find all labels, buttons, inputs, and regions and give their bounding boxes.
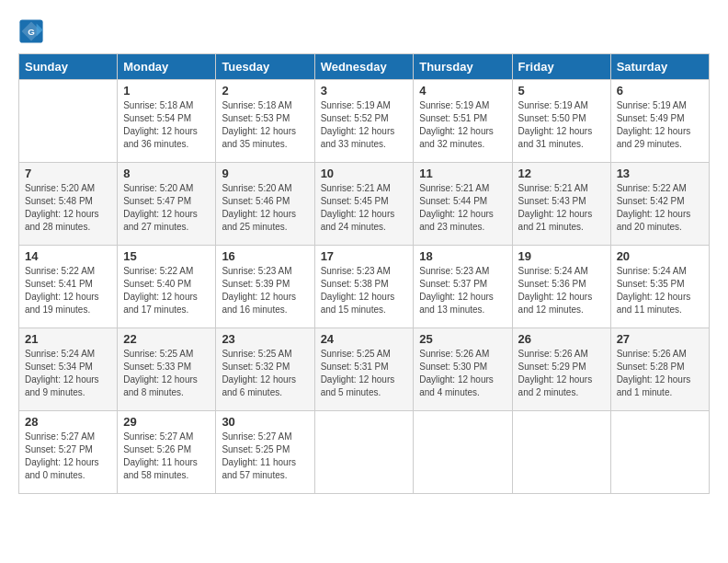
day-cell: 6Sunrise: 5:19 AM Sunset: 5:49 PM Daylig…	[610, 80, 709, 163]
day-cell	[414, 411, 512, 494]
day-cell	[314, 411, 414, 494]
svg-text:G: G	[28, 27, 35, 37]
day-cell: 5Sunrise: 5:19 AM Sunset: 5:50 PM Daylig…	[512, 80, 610, 163]
day-cell: 14Sunrise: 5:22 AM Sunset: 5:41 PM Dayli…	[19, 246, 118, 328]
day-cell	[610, 411, 709, 494]
logo-icon: G	[18, 18, 44, 44]
day-info: Sunrise: 5:26 AM Sunset: 5:28 PM Dayligh…	[617, 348, 703, 399]
day-number: 23	[222, 332, 308, 346]
day-cell: 7Sunrise: 5:20 AM Sunset: 5:48 PM Daylig…	[19, 163, 118, 246]
day-number: 4	[419, 84, 506, 98]
day-cell: 9Sunrise: 5:20 AM Sunset: 5:46 PM Daylig…	[216, 163, 314, 246]
day-number: 19	[518, 249, 605, 263]
header-cell-friday: Friday	[512, 54, 610, 80]
day-number: 13	[617, 167, 703, 180]
header-cell-wednesday: Wednesday	[314, 54, 414, 80]
day-cell: 20Sunrise: 5:24 AM Sunset: 5:35 PM Dayli…	[610, 246, 709, 328]
day-cell: 4Sunrise: 5:19 AM Sunset: 5:51 PM Daylig…	[414, 80, 512, 163]
week-row-2: 14Sunrise: 5:22 AM Sunset: 5:41 PM Dayli…	[19, 246, 710, 328]
day-cell: 16Sunrise: 5:23 AM Sunset: 5:39 PM Dayli…	[216, 246, 314, 328]
day-info: Sunrise: 5:27 AM Sunset: 5:27 PM Dayligh…	[25, 431, 111, 482]
day-number: 7	[25, 167, 111, 180]
logo: G	[18, 18, 48, 44]
calendar-body: 1Sunrise: 5:18 AM Sunset: 5:54 PM Daylig…	[19, 80, 710, 494]
week-row-4: 28Sunrise: 5:27 AM Sunset: 5:27 PM Dayli…	[19, 411, 710, 494]
day-cell: 26Sunrise: 5:26 AM Sunset: 5:29 PM Dayli…	[512, 328, 610, 411]
day-info: Sunrise: 5:22 AM Sunset: 5:42 PM Dayligh…	[617, 182, 703, 234]
day-info: Sunrise: 5:18 AM Sunset: 5:54 PM Dayligh…	[123, 99, 210, 151]
day-number: 22	[123, 332, 210, 346]
day-number: 25	[419, 332, 506, 346]
day-info: Sunrise: 5:20 AM Sunset: 5:48 PM Dayligh…	[25, 182, 111, 234]
day-number: 18	[419, 249, 506, 263]
day-number: 3	[321, 84, 408, 98]
day-info: Sunrise: 5:25 AM Sunset: 5:31 PM Dayligh…	[321, 348, 408, 399]
day-number: 26	[518, 332, 605, 346]
day-number: 28	[25, 415, 111, 429]
day-info: Sunrise: 5:24 AM Sunset: 5:36 PM Dayligh…	[518, 265, 605, 316]
day-cell: 2Sunrise: 5:18 AM Sunset: 5:53 PM Daylig…	[216, 80, 314, 163]
day-number: 20	[617, 249, 703, 263]
day-info: Sunrise: 5:22 AM Sunset: 5:41 PM Dayligh…	[25, 265, 111, 316]
day-cell: 15Sunrise: 5:22 AM Sunset: 5:40 PM Dayli…	[118, 246, 216, 328]
day-cell: 13Sunrise: 5:22 AM Sunset: 5:42 PM Dayli…	[610, 163, 709, 246]
day-cell: 25Sunrise: 5:26 AM Sunset: 5:30 PM Dayli…	[414, 328, 512, 411]
day-info: Sunrise: 5:26 AM Sunset: 5:30 PM Dayligh…	[419, 348, 506, 399]
day-number: 14	[25, 249, 111, 263]
day-cell: 21Sunrise: 5:24 AM Sunset: 5:34 PM Dayli…	[19, 328, 118, 411]
day-cell: 22Sunrise: 5:25 AM Sunset: 5:33 PM Dayli…	[118, 328, 216, 411]
day-info: Sunrise: 5:19 AM Sunset: 5:50 PM Dayligh…	[518, 99, 605, 151]
day-number: 9	[222, 167, 308, 180]
day-number: 24	[321, 332, 408, 346]
day-number: 1	[123, 84, 210, 98]
day-number: 10	[321, 167, 408, 180]
day-info: Sunrise: 5:27 AM Sunset: 5:26 PM Dayligh…	[123, 431, 210, 482]
day-info: Sunrise: 5:25 AM Sunset: 5:33 PM Dayligh…	[123, 348, 210, 399]
day-cell: 30Sunrise: 5:27 AM Sunset: 5:25 PM Dayli…	[216, 411, 314, 494]
day-info: Sunrise: 5:19 AM Sunset: 5:51 PM Dayligh…	[419, 99, 506, 151]
day-cell: 27Sunrise: 5:26 AM Sunset: 5:28 PM Dayli…	[610, 328, 709, 411]
day-number: 15	[123, 249, 210, 263]
day-info: Sunrise: 5:22 AM Sunset: 5:40 PM Dayligh…	[123, 265, 210, 316]
day-number: 8	[123, 167, 210, 180]
header-cell-thursday: Thursday	[414, 54, 512, 80]
day-cell: 3Sunrise: 5:19 AM Sunset: 5:52 PM Daylig…	[314, 80, 414, 163]
header-row: SundayMondayTuesdayWednesdayThursdayFrid…	[19, 54, 710, 80]
day-info: Sunrise: 5:21 AM Sunset: 5:43 PM Dayligh…	[518, 182, 605, 234]
day-cell: 18Sunrise: 5:23 AM Sunset: 5:37 PM Dayli…	[414, 246, 512, 328]
day-cell: 28Sunrise: 5:27 AM Sunset: 5:27 PM Dayli…	[19, 411, 118, 494]
day-info: Sunrise: 5:20 AM Sunset: 5:47 PM Dayligh…	[123, 182, 210, 234]
day-number: 27	[617, 332, 703, 346]
day-info: Sunrise: 5:23 AM Sunset: 5:39 PM Dayligh…	[222, 265, 308, 316]
day-cell: 23Sunrise: 5:25 AM Sunset: 5:32 PM Dayli…	[216, 328, 314, 411]
week-row-1: 7Sunrise: 5:20 AM Sunset: 5:48 PM Daylig…	[19, 163, 710, 246]
day-info: Sunrise: 5:18 AM Sunset: 5:53 PM Dayligh…	[222, 99, 308, 151]
day-cell	[512, 411, 610, 494]
calendar-header: SundayMondayTuesdayWednesdayThursdayFrid…	[19, 54, 710, 80]
day-cell: 17Sunrise: 5:23 AM Sunset: 5:38 PM Dayli…	[314, 246, 414, 328]
week-row-0: 1Sunrise: 5:18 AM Sunset: 5:54 PM Daylig…	[19, 80, 710, 163]
day-number: 17	[321, 249, 408, 263]
day-cell: 29Sunrise: 5:27 AM Sunset: 5:26 PM Dayli…	[118, 411, 216, 494]
header-cell-sunday: Sunday	[19, 54, 118, 80]
day-info: Sunrise: 5:24 AM Sunset: 5:34 PM Dayligh…	[25, 348, 111, 399]
day-number: 6	[617, 84, 703, 98]
page-header: G	[18, 18, 710, 44]
day-cell: 11Sunrise: 5:21 AM Sunset: 5:44 PM Dayli…	[414, 163, 512, 246]
day-info: Sunrise: 5:20 AM Sunset: 5:46 PM Dayligh…	[222, 182, 308, 234]
day-number: 5	[518, 84, 605, 98]
day-number: 12	[518, 167, 605, 180]
day-info: Sunrise: 5:26 AM Sunset: 5:29 PM Dayligh…	[518, 348, 605, 399]
day-cell	[19, 80, 118, 163]
day-info: Sunrise: 5:24 AM Sunset: 5:35 PM Dayligh…	[617, 265, 703, 316]
day-info: Sunrise: 5:27 AM Sunset: 5:25 PM Dayligh…	[222, 431, 308, 482]
day-cell: 24Sunrise: 5:25 AM Sunset: 5:31 PM Dayli…	[314, 328, 414, 411]
day-number: 2	[222, 84, 308, 98]
header-cell-monday: Monday	[118, 54, 216, 80]
calendar-table: SundayMondayTuesdayWednesdayThursdayFrid…	[18, 53, 710, 494]
day-info: Sunrise: 5:19 AM Sunset: 5:49 PM Dayligh…	[617, 99, 703, 151]
day-info: Sunrise: 5:23 AM Sunset: 5:37 PM Dayligh…	[419, 265, 506, 316]
day-info: Sunrise: 5:19 AM Sunset: 5:52 PM Dayligh…	[321, 99, 408, 151]
day-cell: 1Sunrise: 5:18 AM Sunset: 5:54 PM Daylig…	[118, 80, 216, 163]
header-cell-saturday: Saturday	[610, 54, 709, 80]
